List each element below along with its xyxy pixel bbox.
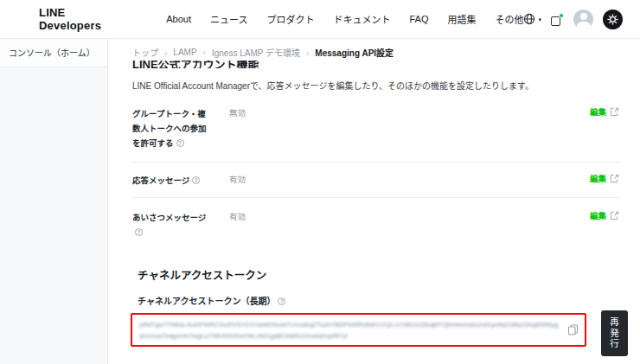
breadcrumb: トップ LAMP Igness LAMP デモ環境 Messaging API設… — [132, 46, 394, 59]
language-selector[interactable]: ▾ — [523, 13, 541, 25]
copy-icon[interactable] — [567, 324, 579, 335]
settings-button[interactable] — [603, 10, 623, 29]
external-link-icon — [610, 174, 619, 183]
help-icon[interactable] — [135, 228, 143, 236]
avatar[interactable] — [573, 10, 593, 29]
token-long-term-label: チャネルアクセストークン（長期） — [138, 294, 285, 307]
channel-access-token-box: pRdTqw7TMbsLAuDPWRCGuRVSYD1VsbMXbubiTvVx… — [131, 313, 586, 347]
nav-faq[interactable]: FAQ — [409, 14, 428, 24]
header-icons: ▾ — [523, 10, 623, 29]
edit-link[interactable]: 編集 — [590, 106, 619, 118]
setting-label: グループトーク・複数人トークへの参加を許可する — [132, 106, 208, 150]
clipped-section-heading: LINE公式アカウント機能 — [132, 61, 392, 68]
nav-about[interactable]: About — [166, 14, 191, 24]
row-divider — [132, 197, 619, 198]
edit-link[interactable]: 編集 — [590, 173, 619, 184]
notification-dot — [559, 13, 564, 18]
setting-label: あいさつメッセージ — [132, 210, 208, 239]
token-section-heading: チャネルアクセストークン — [138, 266, 266, 283]
breadcrumb-channel[interactable]: Igness LAMP デモ環境 — [212, 46, 309, 59]
reissue-token-button[interactable]: 再発行 — [601, 310, 628, 356]
chevron-down-icon: ▾ — [538, 16, 541, 22]
setting-value: 無効 — [229, 106, 246, 119]
nav-documents[interactable]: ドキュメント — [333, 12, 390, 26]
line-developers-console: LINE Developers About ニュース プロダクト ドキュメント … — [0, 0, 640, 364]
avatar-person-icon — [580, 13, 587, 20]
sidebar: コンソール（ホーム） — [0, 39, 108, 364]
help-icon[interactable] — [176, 139, 184, 147]
breadcrumb-current-page: Messaging API設定 — [315, 46, 394, 59]
setting-row-group-talk: グループトーク・複数人トークへの参加を許可する 無効 編集 — [132, 106, 619, 150]
nav-glossary[interactable]: 用語集 — [447, 12, 476, 26]
gear-icon — [607, 14, 618, 25]
setting-value: 有効 — [229, 173, 246, 186]
setting-label: 応答メッセージ — [132, 173, 208, 188]
token-value-blurred: pRdTqw7TMbsLAuDPWRCGuRVSYD1VsbMXbubiTvVx… — [139, 319, 559, 341]
nav-more[interactable]: その他 — [495, 12, 523, 26]
logo[interactable]: LINE Developers — [39, 6, 128, 32]
top-navbar: LINE Developers About ニュース プロダクト ドキュメント … — [0, 0, 640, 39]
row-divider — [132, 162, 619, 163]
nav-products[interactable]: プロダクト — [266, 12, 314, 26]
setting-row-auto-reply: 応答メッセージ 有効 編集 — [132, 173, 619, 188]
edit-link[interactable]: 編集 — [590, 210, 619, 221]
nav-news[interactable]: ニュース — [210, 12, 247, 26]
news-notification-icon[interactable] — [551, 13, 564, 26]
globe-icon — [523, 13, 535, 25]
section-description: LINE Official Account Managerで、応答メッセージを編… — [132, 79, 534, 92]
help-icon[interactable] — [278, 297, 285, 305]
setting-row-greeting-message: あいさつメッセージ 有効 編集 — [132, 210, 619, 239]
external-link-icon — [610, 211, 619, 220]
breadcrumb-lamp[interactable]: LAMP — [173, 48, 206, 57]
help-icon[interactable] — [192, 176, 200, 184]
external-link-icon — [610, 107, 619, 117]
main-nav: About ニュース プロダクト ドキュメント FAQ 用語集 その他 — [166, 12, 523, 26]
main-content: トップ LAMP Igness LAMP デモ環境 Messaging API設… — [109, 39, 640, 364]
sidebar-item-console-home[interactable]: コンソール（ホーム） — [0, 39, 107, 67]
breadcrumb-top[interactable]: トップ — [132, 46, 167, 59]
setting-value: 有効 — [229, 210, 246, 223]
